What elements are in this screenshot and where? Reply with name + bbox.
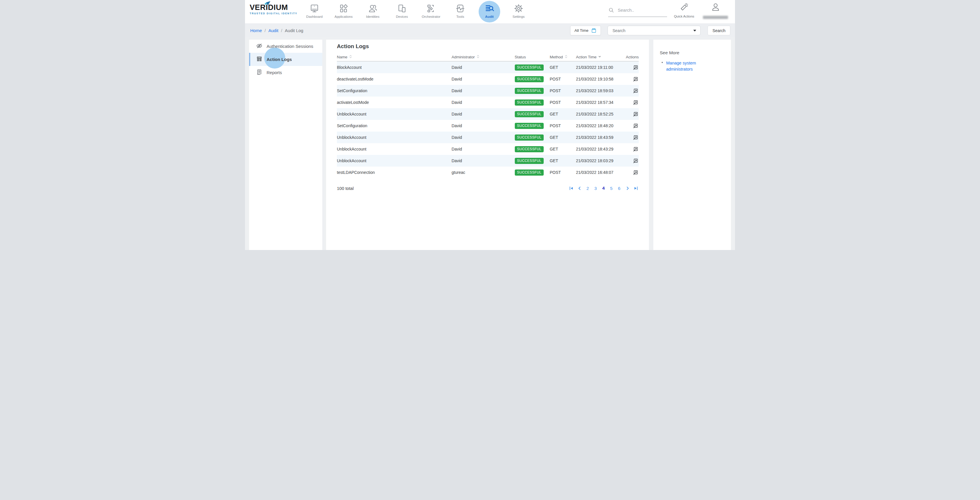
external-link-icon	[632, 169, 639, 176]
page-next-icon[interactable]	[624, 185, 630, 191]
global-search-input[interactable]	[618, 8, 662, 13]
column-header-method[interactable]: Method	[550, 55, 576, 59]
page-2[interactable]: 2	[585, 186, 590, 191]
pagination: 23456	[568, 185, 639, 191]
page-4[interactable]: 4	[601, 186, 606, 191]
status-badge: SUCCESSFUL	[515, 64, 544, 71]
page-first-icon[interactable]	[568, 185, 574, 191]
open-details-button[interactable]	[632, 99, 639, 106]
report-icon	[256, 69, 262, 76]
devices-icon	[397, 3, 407, 13]
column-header-status[interactable]: Status	[515, 55, 550, 59]
cell-name: UnblockAccount	[337, 158, 452, 163]
magic-wand-icon	[680, 3, 688, 11]
nav-item-applications[interactable]: Applications	[329, 2, 358, 23]
sort-desc-icon	[598, 55, 601, 59]
action-logs-table: Name Administrator Status Method Action …	[337, 53, 639, 191]
status-badge: SUCCESSFUL	[515, 158, 544, 164]
open-details-button[interactable]	[632, 146, 639, 152]
action-logs-panel: Action Logs Name Administrator Status Me…	[326, 40, 649, 250]
nav-item-devices[interactable]: Devices	[387, 2, 417, 23]
table-body: BlockAccount David SUCCESSFUL GET 21/03/…	[337, 62, 639, 178]
cell-administrator: David	[452, 100, 514, 105]
status-badge: SUCCESSFUL	[515, 123, 544, 129]
cell-status: SUCCESSFUL	[515, 158, 550, 164]
primary-nav: Dashboard Applications Identities Device…	[300, 2, 533, 23]
cell-method: POST	[550, 170, 576, 175]
open-details-button[interactable]	[632, 158, 639, 164]
cell-name: SetConfiguration	[337, 123, 452, 128]
cell-name: activateLostMode	[337, 100, 452, 105]
nav-item-audit[interactable]: Audit	[475, 2, 504, 23]
quick-actions-label: Quick Actions	[670, 14, 698, 18]
veridium-logo[interactable]: VERIDIUM TRUSTED DIGITAL IDENTITY	[250, 3, 299, 15]
table-row: UnblockAccount David SUCCESSFUL GET 21/0…	[337, 108, 639, 120]
nav-item-settings[interactable]: Settings	[504, 2, 533, 23]
logo-tagline: TRUSTED DIGITAL IDENTITY	[250, 12, 299, 15]
see-more-list: Manage system administrators	[660, 60, 725, 72]
nav-item-dashboard[interactable]: Dashboard	[300, 2, 329, 23]
nav-item-orchestrator[interactable]: Orchestrator	[417, 2, 445, 23]
external-link-icon	[632, 88, 639, 94]
sidebar-item-action-logs[interactable]: Action Logs	[249, 53, 322, 66]
cell-method: POST	[550, 123, 576, 128]
cell-name: UnblockAccount	[337, 135, 452, 140]
top-bar: VERIDIUM TRUSTED DIGITAL IDENTITY Dashbo…	[245, 0, 735, 23]
nav-item-identities[interactable]: Identities	[358, 2, 387, 23]
cell-administrator: David	[452, 158, 514, 163]
breadcrumb-audit-link[interactable]: Audit	[268, 28, 278, 33]
quick-actions-button[interactable]: Quick Actions	[670, 3, 698, 18]
open-details-button[interactable]	[632, 76, 639, 82]
open-details-button[interactable]	[632, 88, 639, 94]
page-6[interactable]: 6	[617, 186, 622, 191]
search-button[interactable]: Search	[708, 25, 730, 35]
see-more-panel: See More Manage system administrators	[653, 40, 731, 250]
status-badge: SUCCESSFUL	[515, 146, 544, 152]
user-menu[interactable]	[702, 2, 729, 19]
time-range-button[interactable]: All Time	[570, 25, 601, 35]
column-header-action-time[interactable]: Action Time	[576, 55, 619, 59]
cell-status: SUCCESSFUL	[515, 64, 550, 71]
breadcrumb-home-link[interactable]: Home	[250, 28, 262, 33]
cell-action-time: 21/03/2022 18:03:29	[576, 158, 619, 163]
page-title: Action Logs	[337, 43, 639, 49]
column-header-name[interactable]: Name	[337, 55, 452, 59]
global-search[interactable]	[608, 7, 667, 17]
external-link-icon	[632, 111, 639, 117]
cell-status: SUCCESSFUL	[515, 134, 550, 141]
sidebar-item-authentication-sessions[interactable]: Authentication Sessions	[249, 40, 322, 53]
cell-status: SUCCESSFUL	[515, 146, 550, 152]
page-last-icon[interactable]	[633, 185, 639, 191]
open-details-button[interactable]	[632, 111, 639, 117]
cell-status: SUCCESSFUL	[515, 111, 550, 117]
page-5[interactable]: 5	[609, 186, 614, 191]
status-badge: SUCCESSFUL	[515, 88, 544, 94]
status-badge: SUCCESSFUL	[515, 169, 544, 176]
nav-item-tools[interactable]: Tools	[445, 2, 475, 23]
cell-action-time: 21/03/2022 19:11:00	[576, 65, 619, 70]
open-details-button[interactable]	[632, 169, 639, 176]
sort-both-icon	[476, 55, 480, 59]
tools-icon	[455, 3, 465, 13]
cell-status: SUCCESSFUL	[515, 99, 550, 106]
open-details-button[interactable]	[632, 134, 639, 141]
search-icon	[608, 7, 614, 13]
table-row: UnblockAccount David SUCCESSFUL GET 21/0…	[337, 132, 639, 143]
cell-status: SUCCESSFUL	[515, 88, 550, 94]
open-details-button[interactable]	[632, 64, 639, 71]
eye-off-icon	[256, 43, 262, 50]
column-header-administrator[interactable]: Administrator	[452, 55, 514, 59]
time-range-label: All Time	[574, 28, 588, 33]
sort-both-icon	[565, 55, 568, 59]
table-footer: 100 total 23456	[337, 185, 639, 191]
column-header-actions[interactable]: Actions	[619, 55, 639, 59]
sidebar-item-reports[interactable]: Reports	[249, 66, 322, 79]
cell-action-time: 21/03/2022 18:43:29	[576, 147, 619, 151]
page-prev-icon[interactable]	[577, 185, 582, 191]
manage-system-administrators-link[interactable]: Manage system administrators	[666, 60, 708, 72]
logo-check-icon	[264, 1, 271, 6]
page-3[interactable]: 3	[593, 186, 598, 191]
breadcrumb-bar: Home / Audit / Audit Log All Time Search…	[245, 23, 735, 37]
open-details-button[interactable]	[632, 123, 639, 129]
search-filter-dropdown[interactable]: Search	[608, 25, 701, 35]
